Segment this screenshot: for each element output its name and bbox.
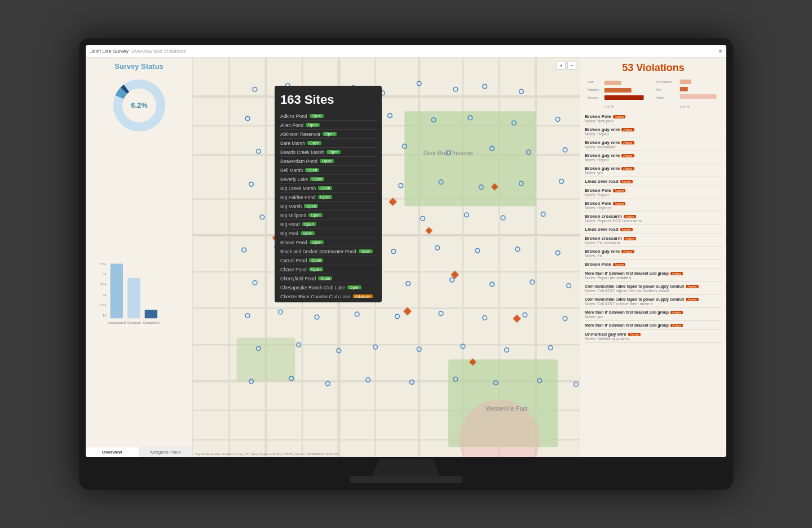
- map-controls: + −: [557, 61, 576, 70]
- monitor: Joint Use Survey Overview and Violations…: [79, 38, 733, 490]
- site-item[interactable]: Beverly LakeOpen: [280, 175, 376, 184]
- site-item-advisory[interactable]: Chester River Country Club Lake Advisory: [280, 292, 376, 298]
- monitor-base: [350, 476, 462, 483]
- violation-item[interactable]: Broken guy wireActive Notes: Repair: [585, 127, 722, 138]
- violation-item[interactable]: Communication cable taped to power suppl…: [585, 284, 722, 295]
- svg-text:Severe: Severe: [588, 96, 599, 99]
- violation-item[interactable]: Lines over roadActive: [585, 179, 722, 186]
- site-item[interactable]: Big MillpondOpen: [280, 211, 376, 220]
- map-area[interactable]: Deer Run Preserve Westerville Park + − C…: [193, 58, 580, 457]
- left-panel-tabs: Overview Assigned Poles: [86, 447, 192, 457]
- svg-rect-10: [111, 264, 123, 319]
- site-item[interactable]: Beaverdam PondOpen: [280, 157, 376, 166]
- site-item[interactable]: Chesapeake Ranch Club LakeOpen: [280, 283, 376, 292]
- menu-icon[interactable]: ≡: [719, 49, 722, 54]
- map-attribution: City of Westerville, Franklin County, OH…: [195, 452, 341, 456]
- svg-rect-147: [604, 95, 644, 100]
- site-item[interactable]: Big PondOpen: [280, 220, 376, 229]
- violation-item[interactable]: Broken PoleActive Notes: Replace: [585, 201, 722, 212]
- site-item[interactable]: Beards Creek MarshOpen: [280, 148, 376, 157]
- donut-container: 6.2%: [86, 73, 192, 138]
- site-item[interactable]: Bell MarshOpen: [280, 166, 376, 175]
- violation-item[interactable]: More than 8' between first bracket and g…: [585, 271, 722, 282]
- violation-item[interactable]: Broken guy wireActive Notes: Repair: [585, 153, 722, 164]
- svg-rect-39: [237, 337, 295, 381]
- violation-item[interactable]: Broken guy wireActive Notes: Immediate: [585, 140, 722, 151]
- svg-rect-37: [404, 111, 536, 206]
- svg-rect-152: [679, 87, 687, 91]
- site-item[interactable]: Big MarshOpen: [280, 202, 376, 211]
- site-item[interactable]: Cherryfield PondOpen: [280, 274, 376, 283]
- zoom-out[interactable]: −: [567, 61, 576, 70]
- svg-text:N/A: N/A: [655, 88, 660, 91]
- violation-item[interactable]: Unmarked guy wireActive Notes: Validate …: [585, 332, 722, 343]
- svg-text:2.5k: 2.5k: [100, 303, 107, 307]
- violation-item[interactable]: Broken crossarmActive Notes: Fix crossar…: [585, 236, 722, 247]
- zoom-in[interactable]: +: [557, 61, 566, 70]
- violation-item[interactable]: Broken PoleActive Notes: New pole: [585, 114, 722, 125]
- right-panel: 53 Violations Low Medium Severe 0 25 45 …: [580, 58, 726, 457]
- svg-text:4.5k: 4.5k: [100, 282, 107, 286]
- site-item[interactable]: Bare MarshOpen: [280, 139, 376, 148]
- svg-rect-154: [679, 94, 716, 99]
- violation-item[interactable]: Broken guy wireActive Notes: yes: [585, 166, 722, 177]
- svg-text:Low: Low: [588, 80, 594, 83]
- svg-text:Medium: Medium: [588, 88, 599, 91]
- site-item[interactable]: Big PoolOpen: [280, 229, 376, 238]
- app-body: Survey Status 6.2%: [86, 58, 726, 457]
- svg-text:0    25    45: 0 25 45: [604, 105, 614, 108]
- svg-rect-12: [145, 310, 157, 318]
- svg-text:Westerville Park: Westerville Park: [486, 406, 528, 412]
- svg-text:Active: Active: [655, 96, 664, 99]
- svg-text:Assigned: Assigned: [127, 320, 141, 324]
- svg-rect-150: [679, 80, 691, 84]
- svg-text:Unassigned: Unassigned: [108, 320, 126, 324]
- svg-text:0    20    40: 0 20 40: [679, 105, 689, 108]
- violations-charts: Low Medium Severe 0 25 45 In-Progress N/…: [585, 78, 722, 109]
- tab-assigned-poles[interactable]: Assigned Poles: [139, 447, 193, 457]
- tab-overview[interactable]: Overview: [86, 447, 139, 457]
- violations-title: 53 Violations: [585, 62, 722, 74]
- site-item[interactable]: Black and Decker Stormwater PondOpen: [280, 247, 376, 256]
- violations-list: Broken PoleActive Notes: New pole Broken…: [585, 114, 722, 343]
- svg-text:Completed: Completed: [143, 320, 159, 324]
- monitor-screen: Joint Use Survey Overview and Violations…: [86, 45, 726, 457]
- site-item[interactable]: Chase PondOpen: [280, 265, 376, 274]
- app-subtitle: Overview and Violations: [131, 49, 186, 54]
- violation-item[interactable]: More than 8' between first bracket and g…: [585, 323, 722, 330]
- svg-text:5k: 5k: [103, 272, 107, 276]
- svg-text:3k: 3k: [103, 293, 107, 297]
- left-panel: Survey Status 6.2%: [86, 58, 193, 457]
- site-item[interactable]: Biscoe PondOpen: [280, 238, 376, 247]
- status-chart: In-Progress N/A Active 0 20 40: [655, 78, 722, 109]
- sites-count: 163 Sites: [280, 93, 376, 107]
- violation-item[interactable]: Broken PoleActive Notes: Repair: [585, 188, 722, 199]
- site-item[interactable]: Adkins PondOpen: [280, 112, 376, 121]
- violation-item[interactable]: Broken PoleActive: [585, 262, 722, 269]
- app-title-text: Joint Use Survey: [90, 49, 129, 54]
- svg-text:6.5k: 6.5k: [100, 262, 107, 266]
- violation-item[interactable]: Communication cable taped to power suppl…: [585, 297, 722, 308]
- map-svg: Deer Run Preserve Westerville Park: [193, 58, 580, 457]
- site-item[interactable]: Big Creek MarshOpen: [280, 184, 376, 193]
- violation-item[interactable]: Broken guy wireActive Notes: Fix: [585, 249, 722, 260]
- sites-list: Adkins PondOpen Allen PondOpen Atkinson …: [280, 112, 376, 298]
- svg-text:6.2%: 6.2%: [131, 101, 148, 109]
- monitor-stand: [372, 459, 440, 476]
- svg-text:In-Progress: In-Progress: [655, 80, 672, 83]
- violation-item[interactable]: Broken crossarmActive Notes: Replace DCE…: [585, 214, 722, 225]
- violation-item[interactable]: More than 8' between first bracket and g…: [585, 310, 722, 321]
- bar-chart-area: 6.5k 5k 4.5k 3k 2.5k 1k: [86, 138, 192, 447]
- violation-item[interactable]: Lines over roadActive: [585, 227, 722, 234]
- svg-rect-143: [604, 81, 621, 85]
- bar-chart-svg: 6.5k 5k 4.5k 3k 2.5k 1k: [90, 140, 188, 445]
- site-item[interactable]: Allen PondOpen: [280, 121, 376, 130]
- svg-rect-145: [604, 88, 632, 93]
- site-item[interactable]: Carroll PondOpen: [280, 256, 376, 265]
- app-title: Joint Use Survey Overview and Violations: [90, 49, 186, 54]
- sites-popup: 163 Sites Adkins PondOpen Allen PondOpen…: [275, 86, 382, 302]
- svg-rect-11: [127, 278, 140, 318]
- site-item[interactable]: Atkinson ReservoirOpen: [280, 130, 376, 139]
- app-header: Joint Use Survey Overview and Violations…: [86, 45, 726, 58]
- site-item[interactable]: Big Fairlee PondOpen: [280, 193, 376, 202]
